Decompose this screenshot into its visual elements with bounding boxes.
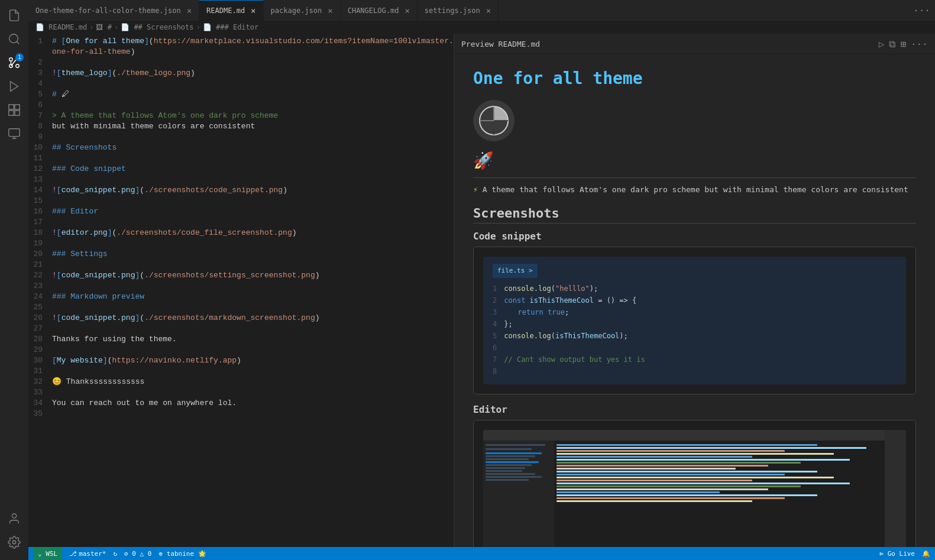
svg-point-3 <box>9 58 13 61</box>
breadcrumb: 📄 README.md › 🖼 # › 📄 ## Screenshots › 📄… <box>28 21 935 34</box>
tab-close[interactable]: × <box>187 6 192 15</box>
sync-status[interactable]: ↻ <box>113 550 117 558</box>
notification-bell[interactable]: 🔔 <box>922 550 930 558</box>
code-line-13: 13 <box>28 174 454 185</box>
code-line-cs-5: 5console.log(isThisThemeCool); <box>493 330 897 342</box>
code-line-34: 34 You can reach out to me on anywhere l… <box>28 398 454 409</box>
code-line-25: 25 <box>28 302 454 313</box>
tab-close-package[interactable]: × <box>328 6 332 15</box>
tab-close-changelog[interactable]: × <box>405 6 409 15</box>
code-line-28: 28 Thanks for using the theme. <box>28 334 454 345</box>
source-control-badge: 1 <box>15 53 24 61</box>
tab-one-theme-json[interactable]: One-theme-for-all-color-theme.json × <box>28 0 199 21</box>
code-line-7: 7 > A theme that follows Atom's one dark… <box>28 111 454 121</box>
tab-label: package.json <box>271 7 322 15</box>
code-line-cs-3: 3 return true; <box>493 306 897 318</box>
tabs-bar: One-theme-for-all-color-theme.json × REA… <box>28 0 935 21</box>
code-line-1b: one-for-all-theme) <box>28 47 454 57</box>
code-line-18: 18 ![editor.png](./screenshots/code_file… <box>28 228 454 238</box>
code-line-10: 10 ## Screenshots <box>28 143 454 153</box>
code-line-17: 17 <box>28 217 454 228</box>
breadcrumb-file[interactable]: 📄 README.md <box>35 23 87 31</box>
errors-status[interactable]: ⊘ 0 △ 0 <box>124 550 151 558</box>
code-line-16: 16 ### Editor <box>28 206 454 217</box>
svg-rect-10 <box>9 129 20 137</box>
preview-editor-heading: Editor <box>473 404 916 415</box>
status-right: ⊳ Go Live 🔔 <box>879 550 930 558</box>
breadcrumb-editor[interactable]: 📄 ### Editor <box>203 23 258 31</box>
svg-rect-7 <box>15 105 20 109</box>
breadcrumb-h1[interactable]: 🖼 # <box>96 23 111 31</box>
git-branch[interactable]: ⎇ master* <box>69 550 106 558</box>
bell-icon: 🔔 <box>922 550 930 558</box>
preview-description: ⚡ A theme that follows Atom's one dark p… <box>473 185 916 194</box>
wsl-label: ⌄ WSL <box>38 550 57 558</box>
settings-icon[interactable] <box>4 532 25 553</box>
tab-package-json[interactable]: package.json × <box>264 0 341 21</box>
tab-close-settings[interactable]: × <box>486 6 491 15</box>
split-editors: 1 # [One for all theme](https://marketpl… <box>28 34 935 547</box>
tab-label: One-theme-for-all-color-theme.json <box>35 7 181 15</box>
tabs-more-button[interactable]: ··· <box>908 0 935 21</box>
code-line-1: 1 # [One for all theme](https://marketpl… <box>28 36 454 47</box>
remote-explorer-icon[interactable] <box>4 123 25 144</box>
wsl-status[interactable]: ⌄ WSL <box>33 547 62 560</box>
code-line-8: 8 but with minimal theme colors are cons… <box>28 121 454 132</box>
breadcrumb-screenshots[interactable]: 📄 ## Screenshots <box>121 23 193 31</box>
code-line-6: 6 <box>28 100 454 111</box>
run-debug-icon[interactable] <box>4 76 25 97</box>
svg-point-0 <box>9 34 18 43</box>
preview-code-snippet-heading: Code snippet <box>473 231 916 242</box>
extensions-icon[interactable] <box>4 99 25 121</box>
svg-point-13 <box>12 514 16 518</box>
code-file-tab: file.ts > <box>493 264 538 278</box>
code-line-35: 35 <box>28 409 454 419</box>
code-line-19: 19 <box>28 238 454 249</box>
tab-label: CHANGELOG.md <box>348 7 399 15</box>
preview-logo <box>473 100 515 141</box>
svg-rect-9 <box>15 111 20 115</box>
errors-label: ⊘ 0 △ 0 <box>124 550 151 558</box>
code-line-31: 31 <box>28 366 454 377</box>
branch-icon: ⎇ <box>69 550 77 558</box>
tab-readme[interactable]: README.md × <box>199 0 263 21</box>
code-line-21: 21 <box>28 260 454 270</box>
code-line-cs-8: 8 <box>493 365 897 377</box>
editor-screenshot <box>483 430 906 547</box>
go-live-label: ⊳ Go Live <box>879 550 915 558</box>
editor-area: One-theme-for-all-color-theme.json × REA… <box>28 0 935 560</box>
go-live-button[interactable]: ⊳ Go Live <box>879 550 915 558</box>
code-line-23: 23 <box>28 281 454 292</box>
tab-settings-json[interactable]: settings.json × <box>418 0 499 21</box>
code-line-9: 9 <box>28 132 454 143</box>
split-editor-icon[interactable]: ⊞ <box>900 38 906 50</box>
tab-close-readme[interactable]: × <box>251 6 255 15</box>
code-line-30: 30 [My website](https://navinko.netlify.… <box>28 355 454 366</box>
account-icon[interactable] <box>4 508 25 529</box>
code-line-33: 33 <box>28 387 454 398</box>
preview-content: One for all theme <box>454 54 935 547</box>
code-line-4: 4 <box>28 79 454 89</box>
code-line-cs-7: 7// Cant show output but yes it is <box>493 354 897 365</box>
code-line-27: 27 <box>28 323 454 334</box>
tab-label: README.md <box>206 7 245 15</box>
svg-marker-5 <box>11 82 18 92</box>
code-screenshot-content: file.ts > 1console.log("helllo"); 2const… <box>483 257 906 384</box>
mini-titlebar <box>483 430 885 441</box>
explorer-icon[interactable] <box>4 5 25 26</box>
search-icon[interactable] <box>4 28 25 50</box>
mini-body <box>483 441 885 547</box>
play-icon[interactable]: ▷ <box>879 38 885 50</box>
more-actions-icon[interactable]: ··· <box>911 38 928 50</box>
code-editor[interactable]: 1 # [One for all theme](https://marketpl… <box>28 34 454 547</box>
source-control-icon[interactable]: 1 <box>4 52 25 73</box>
tabnine-label: ⊕ tabnine 🌟 <box>158 550 206 558</box>
tabnine-status[interactable]: ⊕ tabnine 🌟 <box>158 550 206 558</box>
preview-header-icons: ▷ ⧉ ⊞ ··· <box>879 38 928 50</box>
code-snippet-screenshot: file.ts > 1console.log("helllo"); 2const… <box>473 247 916 394</box>
sync-icon: ↻ <box>113 550 117 558</box>
code-line-cs-4: 4}; <box>493 318 897 330</box>
tab-changelog[interactable]: CHANGELOG.md × <box>341 0 418 21</box>
preview-pane: Preview README.md ▷ ⧉ ⊞ ··· One for all … <box>454 34 935 547</box>
open-side-icon[interactable]: ⧉ <box>889 38 895 50</box>
